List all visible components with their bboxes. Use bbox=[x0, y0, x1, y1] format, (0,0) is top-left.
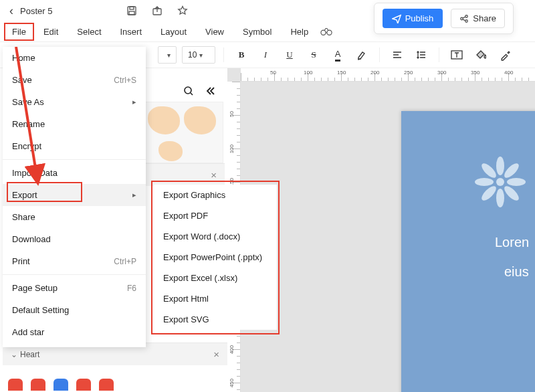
menu-select[interactable]: Select bbox=[68, 23, 110, 41]
svg-point-10 bbox=[185, 87, 191, 94]
svg-rect-1 bbox=[130, 7, 134, 9]
svg-point-15 bbox=[507, 178, 526, 186]
publish-button[interactable]: Publish bbox=[383, 9, 443, 28]
share-icon bbox=[459, 14, 469, 23]
export-up-icon[interactable] bbox=[151, 5, 163, 17]
svg-point-18 bbox=[479, 184, 498, 203]
ruler-horizontal: 050100150200250300350400450 bbox=[241, 68, 535, 82]
svg-point-19 bbox=[475, 178, 494, 186]
bold-button[interactable]: B bbox=[232, 45, 251, 64]
svg-point-12 bbox=[496, 178, 504, 186]
collapse-icon[interactable] bbox=[205, 86, 217, 98]
export-word[interactable]: Export Word (.docx) bbox=[154, 226, 277, 247]
close-icon[interactable]: × bbox=[213, 349, 219, 360]
align-button[interactable] bbox=[388, 45, 407, 64]
heart-section-label: Heart bbox=[20, 350, 39, 359]
svg-point-13 bbox=[496, 157, 504, 175]
file-menu-add-star[interactable]: Add star bbox=[3, 321, 146, 343]
export-html[interactable]: Export Html bbox=[154, 288, 277, 309]
fill-button[interactable] bbox=[471, 45, 490, 64]
file-menu-home[interactable]: Home bbox=[3, 47, 146, 69]
shape-blob-icon[interactable] bbox=[184, 106, 216, 134]
send-icon bbox=[392, 14, 401, 23]
share-button[interactable]: Share bbox=[451, 9, 505, 28]
export-excel[interactable]: Export Excel (.xlsx) bbox=[154, 268, 277, 288]
svg-point-20 bbox=[479, 161, 498, 180]
file-dropdown-menu: Home SaveCtrl+S Save As▸ Rename Encrypt … bbox=[3, 47, 146, 347]
heart-shape-icon[interactable] bbox=[8, 379, 23, 391]
heart-shape-icon[interactable] bbox=[99, 379, 114, 391]
line-height-button[interactable] bbox=[412, 45, 431, 64]
file-menu-page-setup[interactable]: Page SetupF6 bbox=[3, 277, 146, 299]
svg-point-14 bbox=[502, 161, 521, 180]
text-box-button[interactable] bbox=[447, 45, 466, 64]
svg-point-16 bbox=[502, 184, 521, 203]
file-menu-import-data[interactable]: Import Data bbox=[3, 162, 146, 184]
file-menu-default-setting[interactable]: Default Setting bbox=[3, 299, 146, 321]
back-icon[interactable]: ‹ bbox=[5, 4, 17, 18]
font-size-select[interactable]: 10▾ bbox=[182, 46, 215, 64]
heart-shapes-row bbox=[8, 379, 114, 391]
strike-button[interactable]: S bbox=[304, 45, 323, 64]
menu-insert[interactable]: Insert bbox=[111, 23, 152, 41]
poster-page[interactable]: Loren eius bbox=[401, 111, 535, 392]
shape-blob-icon[interactable] bbox=[148, 106, 180, 134]
menu-edit[interactable]: Edit bbox=[34, 23, 68, 41]
shape-thumbnails[interactable] bbox=[143, 102, 223, 163]
close-icon[interactable]: × bbox=[211, 169, 217, 181]
poster-text[interactable]: Loren eius bbox=[495, 231, 529, 282]
font-color-button[interactable]: A bbox=[328, 45, 347, 64]
file-menu-export[interactable]: Export▸ bbox=[3, 184, 146, 206]
svg-point-7 bbox=[321, 30, 326, 35]
search-icon[interactable] bbox=[183, 86, 195, 98]
menu-layout[interactable]: Layout bbox=[151, 23, 196, 41]
heart-shape-icon[interactable] bbox=[31, 379, 45, 391]
export-pdf[interactable]: Export PDF bbox=[154, 205, 277, 226]
shape-blob-icon[interactable] bbox=[158, 141, 183, 161]
file-menu-download[interactable]: Download bbox=[3, 228, 146, 250]
file-menu-print[interactable]: PrintCtrl+P bbox=[3, 250, 146, 272]
export-svg[interactable]: Export SVG bbox=[154, 309, 277, 330]
heart-shape-icon[interactable] bbox=[76, 379, 91, 391]
italic-button[interactable]: I bbox=[256, 45, 275, 64]
svg-point-4 bbox=[461, 17, 463, 20]
binoculars-icon[interactable] bbox=[320, 25, 332, 37]
document-title: Poster 5 bbox=[20, 6, 52, 16]
poster-text-line: eius bbox=[504, 261, 529, 282]
svg-rect-2 bbox=[129, 11, 134, 15]
share-label: Share bbox=[473, 13, 496, 23]
export-powerpoint[interactable]: Export PowerPoint (.pptx) bbox=[154, 247, 277, 268]
eyedropper-button[interactable] bbox=[496, 45, 514, 64]
file-menu-save-as[interactable]: Save As▸ bbox=[3, 91, 146, 113]
menu-symbol[interactable]: Symbol bbox=[233, 23, 281, 41]
export-graphics[interactable]: Export Graphics bbox=[154, 185, 277, 205]
menu-view[interactable]: View bbox=[196, 23, 233, 41]
poster-text-line: Loren bbox=[495, 231, 529, 253]
file-menu-share[interactable]: Share bbox=[3, 206, 146, 228]
svg-point-8 bbox=[327, 30, 332, 35]
paragraph-dropdown[interactable]: ▾ bbox=[158, 46, 177, 64]
svg-point-17 bbox=[496, 189, 504, 207]
font-size-value: 10 bbox=[188, 50, 197, 60]
svg-point-5 bbox=[465, 15, 468, 17]
file-menu-save[interactable]: SaveCtrl+S bbox=[3, 69, 146, 91]
star-icon[interactable] bbox=[177, 5, 189, 17]
file-menu-rename[interactable]: Rename bbox=[3, 113, 146, 135]
shape-section-row[interactable]: × bbox=[143, 163, 225, 186]
highlight-button[interactable] bbox=[352, 45, 371, 64]
heart-shape-icon[interactable] bbox=[54, 379, 68, 391]
save-icon[interactable] bbox=[126, 5, 138, 17]
file-menu-encrypt[interactable]: Encrypt bbox=[3, 135, 146, 157]
publish-label: Publish bbox=[405, 13, 434, 23]
menu-help[interactable]: Help bbox=[281, 23, 318, 41]
publish-share-panel: Publish Share bbox=[374, 3, 514, 34]
underline-button[interactable]: U bbox=[280, 45, 299, 64]
menu-file[interactable]: File bbox=[4, 23, 34, 41]
snowflake-icon bbox=[473, 155, 527, 209]
svg-point-6 bbox=[465, 19, 468, 22]
export-submenu: Export Graphics Export PDF Export Word (… bbox=[154, 185, 277, 330]
